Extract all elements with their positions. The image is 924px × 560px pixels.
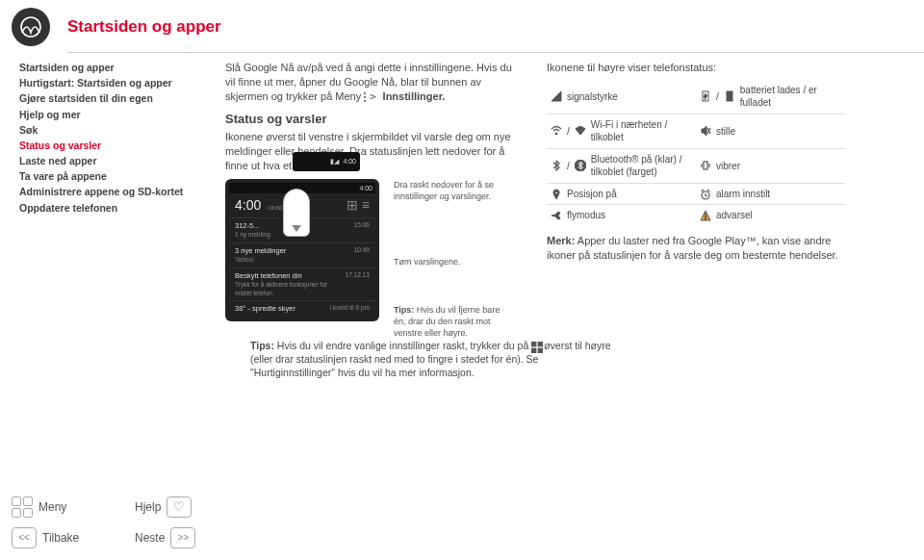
notif-row-1: 3 nye meldingerYahoo! 10:49: [229, 242, 375, 267]
cell-label: vibrer: [716, 160, 740, 173]
callout-clear: Tøm varslingene.: [394, 256, 514, 267]
cell-label: alarm innstilt: [716, 188, 770, 201]
chevron-left-icon: <<: [12, 527, 37, 548]
arrow-right-icon: >: [370, 90, 382, 103]
signal-strength-icon: [551, 90, 562, 102]
sidebar-item-0[interactable]: Startsiden og apper: [19, 61, 202, 74]
mini-statusbar: ▮◢ 4:00: [293, 152, 360, 171]
svg-rect-19: [538, 348, 543, 353]
bluetooth-icon: [551, 160, 562, 171]
notif-row-2: Beskytt telefonen dinTrykk for å aktiver…: [229, 267, 375, 301]
battery-charging-icon: [700, 90, 711, 102]
back-button[interactable]: << Tilbake: [12, 527, 127, 548]
section-title: Status og varsler: [225, 111, 524, 128]
battery-full-icon: [724, 90, 735, 102]
status-table: signalstyrke / batteriet lades / er full…: [547, 80, 845, 226]
help-button[interactable]: Hjelp ♡: [135, 496, 250, 518]
cell-label: Posisjon på: [567, 188, 617, 201]
sidebar-item-9[interactable]: Oppdatere telefonen: [19, 201, 202, 215]
airplane-icon: [551, 210, 562, 221]
wifi-connected-icon: [575, 125, 586, 137]
cell-label: stille: [716, 125, 735, 139]
vibrate-icon: [700, 160, 711, 171]
sidebar-item-6[interactable]: Laste ned apper: [19, 154, 202, 167]
svg-line-13: [707, 190, 709, 191]
sidebar-item-7[interactable]: Ta vare på appene: [19, 169, 202, 183]
cell-label: flymodus: [567, 209, 605, 222]
notif-row-3: 38° - spredte skyer I kveld til 6 pm: [229, 300, 375, 317]
svg-point-10: [555, 191, 558, 194]
svg-rect-15: [705, 218, 706, 219]
page-title: Startsiden og apper: [67, 16, 221, 38]
tips-block: Tips: Hvis du vil endre vanlige innstill…: [250, 339, 616, 380]
location-icon: [551, 189, 562, 200]
svg-rect-2: [727, 91, 732, 101]
note: Merk: Apper du laster ned fra Google Pla…: [547, 234, 845, 263]
alarm-icon: [700, 189, 711, 200]
sidebar-item-3[interactable]: Hjelp og mer: [19, 108, 202, 121]
next-button[interactable]: Neste >>: [135, 527, 250, 548]
sidebar-item-5[interactable]: Status og varsler: [19, 139, 202, 152]
wifi-available-icon: [551, 125, 562, 137]
google-now-intro: Slå Google Nå av/på ved å angi dette i i…: [225, 61, 524, 105]
heart-icon: ♡: [167, 496, 192, 518]
cell-label: Wi-Fi i nærheten / tilkoblet: [591, 118, 692, 144]
footer-nav: Meny Hjelp ♡ << Tilbake Neste >>: [12, 495, 250, 550]
svg-line-12: [702, 190, 704, 191]
quick-settings-icon: [531, 342, 541, 351]
sidebar: Startsiden og apper Hurtigstart: Startsi…: [19, 61, 202, 321]
signal-icon: ▮◢: [330, 157, 339, 165]
callout-tip: Tips: Hvis du vil fjerne bare én, drar d…: [394, 304, 514, 339]
callout-settings: Dra raskt nedover for å se innstillinger…: [394, 179, 514, 202]
cell-label: batteriet lades / er fulladet: [740, 84, 841, 110]
svg-rect-7: [704, 162, 707, 169]
overflow-menu-icon: [364, 92, 367, 102]
menu-grid-icon: [12, 496, 33, 518]
status-intro: Ikonene til høyre viser telefonstatus:: [547, 61, 845, 75]
svg-rect-14: [705, 214, 706, 217]
svg-rect-16: [531, 342, 536, 346]
svg-point-3: [555, 133, 557, 135]
cell-label: advarsel: [716, 209, 753, 222]
bluetooth-connected-icon: [575, 160, 586, 171]
silent-icon: [700, 125, 711, 137]
chevron-right-icon: >>: [170, 527, 195, 548]
menu-button[interactable]: Meny: [12, 496, 127, 518]
finger-icon: [283, 189, 310, 237]
sidebar-item-1[interactable]: Hurtigstart: Startsiden og apper: [19, 76, 202, 89]
sidebar-item-8[interactable]: Administrere appene og SD-kortet: [19, 185, 202, 198]
cell-label: Bluetooth® på (klar) / tilkoblet (farget…: [591, 153, 692, 179]
svg-rect-17: [538, 342, 543, 346]
warning-icon: [700, 210, 711, 221]
sidebar-item-2[interactable]: Gjøre startsiden til din egen: [19, 91, 202, 105]
moto-logo: [12, 8, 50, 46]
cell-label: signalstyrke: [567, 90, 618, 104]
sidebar-item-4[interactable]: Søk: [19, 123, 202, 137]
section-body: Ikonene øverst til venstre i skjermbilde…: [225, 130, 524, 173]
